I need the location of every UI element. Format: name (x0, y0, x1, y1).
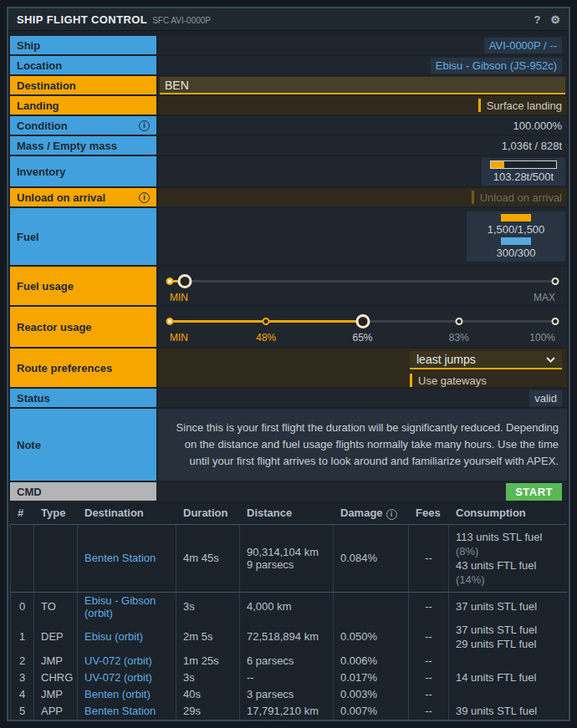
fuel-usage-handle[interactable] (178, 274, 192, 288)
condition-label-text: Condition (17, 120, 68, 132)
ship-value-link[interactable]: AVI-0000P / -- (484, 38, 562, 53)
consumption-cell: 37 units STL fuel29 units FTL fuel (449, 621, 568, 653)
destination-input[interactable]: BEN (160, 77, 565, 94)
start-button[interactable]: START (506, 483, 562, 501)
destination-cell: UV-072 (orbit) (78, 653, 176, 669)
destination-link[interactable]: Ebisu (orbit) (84, 630, 143, 643)
toggle-indicator-bar (478, 99, 481, 112)
stage-type-cell (34, 524, 78, 592)
window-header: SHIP FLIGHT CONTROL SFC AVI-0000P ? ⚙ (8, 8, 569, 31)
window-title: SHIP FLIGHT CONTROL (17, 13, 147, 26)
inventory-value-cell: 103.28t/500t (158, 156, 567, 186)
condition-label: Condition i (10, 116, 156, 135)
destination-value-cell: BEN (158, 76, 567, 94)
distance-cell: 17,791,210 km (240, 702, 334, 720)
consumption-cell: 113 units STL fuel (8%)43 units FTL fuel… (449, 524, 568, 592)
route-preference-select[interactable]: least jumps (410, 351, 562, 369)
destination-link[interactable]: Benten (orbit) (84, 688, 151, 700)
duration-cell: 3s (176, 592, 240, 621)
stl-fuel-value: 300/300 (497, 247, 536, 259)
stage-type-cell: JMP (34, 653, 78, 669)
surface-landing-toggle[interactable]: Surface landing (478, 99, 562, 112)
destination-link[interactable]: Benten Station (84, 552, 156, 564)
reactor-usage-track[interactable] (170, 313, 555, 330)
unload-value-cell: Unload on arrival (158, 188, 567, 206)
ship-row: Ship AVI-0000P / -- (10, 36, 567, 54)
location-value-link[interactable]: Ebisu - Gibson (JS-952c) (431, 58, 562, 74)
note-text: Since this is your first flight the dura… (158, 409, 567, 481)
fees-cell: -- (409, 686, 449, 702)
stage-type-cell: JMP (34, 686, 78, 702)
fuel-usage-label: Fuel usage (10, 267, 156, 305)
info-icon[interactable]: i (386, 509, 397, 520)
destination-cell: Ebisu - Gibson (orbit) (78, 592, 176, 621)
reactor-usage-handle[interactable] (355, 314, 370, 328)
route-preferences-label: Route preferences (10, 349, 156, 387)
damage-cell: 0.050% (334, 621, 409, 653)
consumption-cell: 39 units STL fuel (449, 702, 568, 720)
use-gateways-toggle[interactable]: Use gateways (410, 374, 562, 387)
fees-cell: -- (409, 653, 449, 669)
slider-max-stop[interactable] (552, 277, 559, 285)
fees-cell: -- (409, 702, 449, 720)
damage-cell: 0.007% (334, 702, 409, 720)
fuel-usage-track[interactable] (170, 273, 555, 290)
distance-cell: -- (240, 669, 334, 686)
route-preferences-row: Route preferences least jumps Use gatewa… (10, 349, 567, 387)
table-header-row: #TypeDestinationDurationDistanceDamageiF… (11, 502, 568, 524)
column-header-type: Type (34, 502, 78, 524)
fees-cell: -- (409, 669, 449, 686)
slider-min-stop[interactable] (166, 277, 174, 285)
condition-row: Condition i 100.000% (10, 116, 567, 135)
route-preferences-value-cell: least jumps Use gateways (158, 349, 567, 387)
duration-cell: 29s (176, 702, 240, 720)
info-icon[interactable]: i (139, 192, 150, 203)
stage-type-cell: CHRG (34, 669, 78, 686)
reactor-slider-stop[interactable] (166, 318, 174, 325)
gear-icon[interactable]: ⚙ (550, 14, 560, 25)
reactor-stop-label: 48% (256, 332, 276, 344)
fuel-row: Fuel 1,500/1,500 300/300 (10, 208, 567, 265)
reactor-usage-slider[interactable]: MIN48%65%83%100% (158, 307, 567, 347)
inventory-meter[interactable]: 103.28t/500t (482, 158, 565, 186)
unload-label: Unload on arrival i (10, 188, 156, 206)
unload-on-arrival-toggle[interactable]: Unload on arrival (472, 191, 562, 204)
destination-cell: Benten Station (78, 702, 176, 720)
distance-cell: 72,518,894 km (240, 621, 334, 653)
reactor-usage-row: Reactor usage MIN48%65%83%100% (10, 307, 567, 347)
route-summary-row: Benten Station4m 45s90,314,104 km9 parse… (11, 524, 568, 592)
fuel-usage-max-label: MAX (534, 292, 555, 303)
condition-value: 100.000% (158, 116, 567, 135)
destination-label: Destination (10, 76, 156, 94)
reactor-slider-stop[interactable] (263, 318, 270, 325)
column-header-destination: Destination (78, 502, 176, 524)
column-header-damage: Damagei (334, 502, 409, 524)
destination-link[interactable]: Benten Station (84, 705, 156, 717)
destination-link[interactable]: UV-072 (orbit) (84, 654, 152, 667)
fuel-usage-slider[interactable]: MIN MAX (158, 267, 567, 305)
destination-cell: Benten Station (78, 524, 176, 592)
reactor-stop-label: 83% (449, 332, 469, 344)
destination-link[interactable]: UV-072 (orbit) (84, 671, 152, 684)
route-preference-selected: least jumps (416, 353, 476, 366)
distance-cell: 3 parsecs (240, 686, 334, 702)
fuel-meter: 1,500/1,500 300/300 (467, 211, 565, 262)
fees-cell: -- (409, 524, 449, 592)
status-value-cell: valid (158, 389, 567, 407)
info-icon[interactable]: i (139, 120, 150, 131)
unload-label-text: Unload on arrival (17, 191, 105, 204)
help-icon[interactable]: ? (534, 14, 540, 25)
stage-number-cell: 0 (11, 592, 34, 621)
destination-cell: Ebisu (orbit) (78, 621, 176, 653)
inventory-fill-bar (491, 161, 504, 168)
column-header-distance: Distance (240, 502, 334, 524)
damage-cell: 0.006% (334, 653, 409, 669)
ship-flight-control-panel: SHIP FLIGHT CONTROL SFC AVI-0000P ? ⚙ Sh… (7, 7, 570, 721)
distance-cell: 90,314,104 km9 parsecs (240, 524, 334, 592)
destination-link[interactable]: Ebisu - Gibson (orbit) (84, 594, 156, 619)
reactor-slider-stop[interactable] (552, 318, 559, 325)
use-gateways-label: Use gateways (418, 374, 487, 387)
reactor-slider-stop[interactable] (455, 318, 462, 325)
damage-cell (334, 592, 409, 621)
cmd-label: CMD (10, 482, 156, 501)
